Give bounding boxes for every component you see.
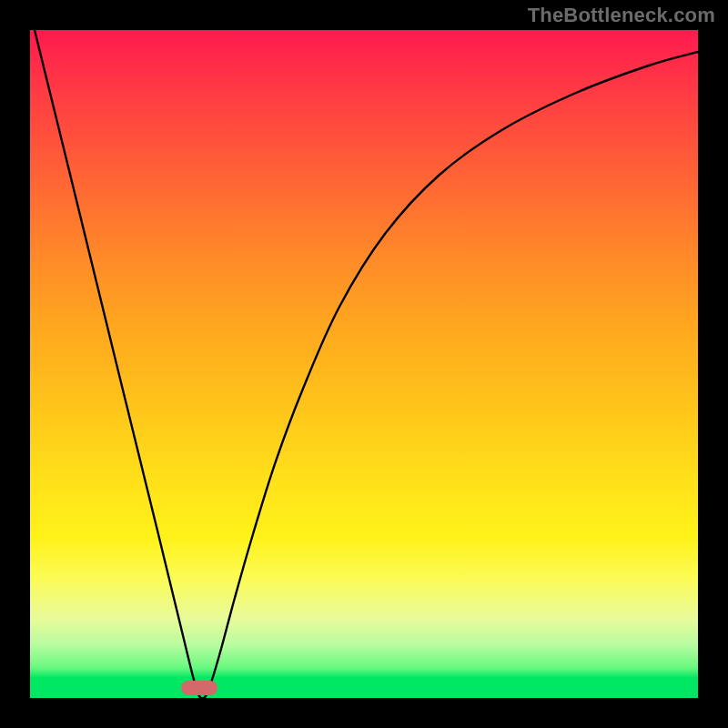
curve-svg [30,30,698,698]
chart-frame: TheBottleneck.com [0,0,728,728]
plot-area [30,30,698,698]
watermark-text: TheBottleneck.com [528,4,715,27]
optimal-marker [181,681,217,695]
bottleneck-curve [35,30,698,698]
